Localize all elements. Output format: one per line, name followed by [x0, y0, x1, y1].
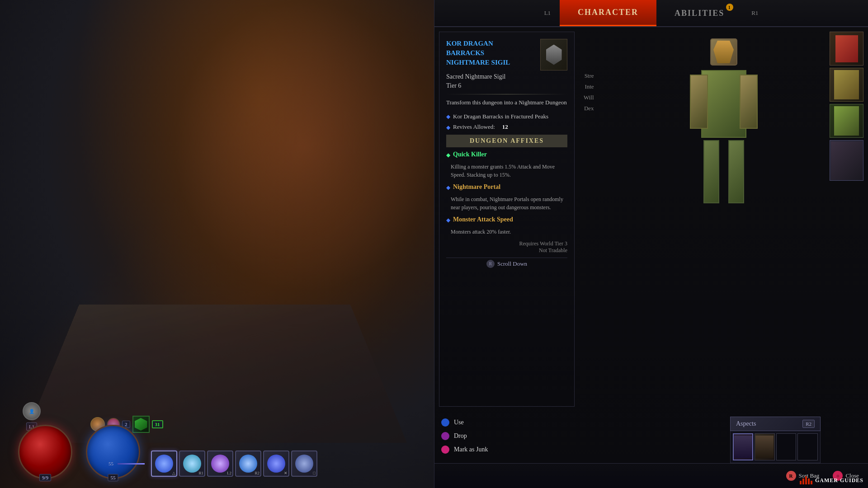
right-panel: L1 CHARACTER ABILITIES 1 R1 KOR DRAGAN B… [434, 0, 868, 488]
skill-preview [132, 416, 150, 433]
stat-strength: Stre [584, 72, 594, 80]
drop-button[interactable]: Drop [441, 429, 572, 443]
affix2-desc: While in combat, Nightmare Portals open … [446, 195, 567, 211]
gamer-guides-logo [800, 476, 812, 484]
aspect-slot-4[interactable] [797, 433, 818, 460]
abilities-badge: 1 [726, 4, 733, 11]
skill-hint-r1: R1 [198, 471, 203, 475]
skill-hint-triangle: △ [172, 471, 175, 475]
skill-hint-r2: R2 [255, 471, 259, 475]
inventory-item-preview [831, 141, 863, 180]
affix3-title: Monster Attack Speed [453, 216, 513, 223]
aspects-r2-btn: R2 [802, 420, 815, 428]
skill-hint-l2: L2 [227, 471, 231, 475]
drop-icon [441, 432, 449, 440]
location-bullet: ◆ [446, 113, 450, 120]
scroll-btn-icon: R [486, 260, 495, 268]
character-head-slot [710, 38, 737, 66]
r1-tab-indicator: R1 [751, 9, 758, 17]
stat-intelligence: Inte [584, 83, 594, 90]
affix-quick-killer: ◆ Quick Killer Killing a monster grants … [446, 151, 567, 179]
mark-junk-icon [441, 446, 449, 454]
affix-nightmare-portal: ◆ Nightmare Portal While in combat, Nigh… [446, 183, 567, 211]
scroll-hint: R Scroll Down [446, 258, 567, 270]
aspect-2-icon [755, 434, 774, 460]
character-leg-left [703, 140, 719, 203]
revives-bullet: ◆ [446, 124, 450, 131]
item-name-line2: BARRACKS [446, 48, 510, 58]
tab-character[interactable]: CHARACTER [560, 0, 656, 26]
affix2-bullet: ◆ [446, 184, 450, 191]
tab-bar: L1 CHARACTER ABILITIES 1 R1 [434, 0, 868, 27]
slot-inventory-item[interactable] [830, 140, 863, 181]
health-orb: 9/9 [18, 425, 72, 479]
dungeon-affixes-header: DUNGEON AFFIXES [446, 135, 567, 147]
use-icon [441, 418, 449, 427]
skill-bar: 55 △ R1 L2 R2 ✕ [108, 450, 317, 477]
slot-ring-top[interactable] [830, 32, 863, 66]
revives-count: 12 [502, 123, 508, 131]
character-silhouette [688, 38, 760, 273]
health-count: 9/9 [39, 474, 51, 481]
affix2-title: Nightmare Portal [453, 183, 500, 191]
mark-junk-label: Mark as Junk [454, 446, 488, 453]
skill-slot-1[interactable]: △ [151, 450, 177, 477]
avatar-small: 👤 [23, 402, 41, 420]
slot-offhand-icon [834, 70, 859, 99]
item-description: Transform this dungeon into a Nightmare … [446, 98, 567, 107]
bar-5 [811, 481, 812, 484]
scroll-text: Scroll Down [497, 260, 527, 267]
sigil-icon [546, 45, 562, 65]
character-display: Stre Inte Will Dex [579, 27, 868, 488]
mark-junk-button[interactable]: Mark as Junk [441, 443, 572, 456]
hud-left: 👤 L1 9/9 2 31 [0, 398, 271, 488]
item-header: KOR DRAGAN BARRACKS NIGHTMARE SIGIL [446, 39, 567, 71]
aspect-slot-2[interactable] [755, 433, 775, 460]
aspect-1-image [734, 436, 752, 458]
character-arm-left [690, 75, 708, 129]
affix3-row: ◆ Monster Attack Speed [446, 216, 567, 225]
equipment-slots-right [830, 32, 863, 181]
item-tier: Tier 6 [446, 82, 567, 89]
requirements-text: Requires World Tier 3 [446, 240, 567, 247]
skill-slot-6[interactable]: □ [291, 450, 317, 477]
sort-bag-btn-icon: R [786, 471, 796, 481]
aspect-slot-3[interactable] [776, 433, 797, 460]
skill-slot-4[interactable]: R2 [235, 450, 261, 477]
skill-count: 31 [152, 420, 163, 428]
revives-row: ◆ Revives Allowed: 12 [446, 123, 567, 131]
slot-ring2[interactable] [830, 104, 863, 138]
action-buttons: Use Drop Mark as Junk [434, 411, 579, 461]
skill-slot-2[interactable]: R1 [179, 450, 205, 477]
aspect-2-image [755, 436, 774, 458]
tab-abilities[interactable]: ABILITIES 1 [656, 0, 742, 26]
skill-slot-5[interactable]: ✕ [263, 450, 289, 477]
revives-label: Revives Allowed: [453, 123, 495, 131]
skill-hint-square: □ [313, 471, 316, 475]
item-divider-1 [446, 94, 567, 94]
slot-offhand[interactable] [830, 68, 863, 102]
aspects-panel: Aspects R2 [730, 417, 821, 463]
skill-slot-3[interactable]: L2 [207, 450, 233, 477]
item-type: Sacred Nightmare Sigil [446, 73, 567, 80]
stat-dexterity: Dex [584, 105, 594, 112]
bar-2 [802, 479, 804, 484]
item-detail-column: KOR DRAGAN BARRACKS NIGHTMARE SIGIL Sacr… [434, 27, 579, 488]
aspect-slot-1[interactable] [733, 433, 753, 460]
skill-5-icon [267, 455, 285, 473]
stat-willpower: Will [584, 94, 594, 101]
affix2-row: ◆ Nightmare Portal [446, 183, 567, 192]
item-name-line1: KOR DRAGAN [446, 39, 510, 48]
bottom-bar: R Sort Bag ○ Close GAMER GUIDES [434, 463, 868, 488]
aspect-1-icon [734, 434, 752, 460]
affix1-bullet: ◆ [446, 152, 450, 159]
drop-label: Drop [454, 432, 467, 440]
helm-icon [713, 41, 734, 63]
bar-1 [800, 481, 802, 484]
character-figure-area [683, 32, 764, 280]
skill-1-icon [155, 455, 173, 473]
character-arm-right [740, 75, 758, 129]
affix1-desc: Killing a monster grants 1.5% Attack and… [446, 163, 567, 179]
aspects-header[interactable]: Aspects R2 [730, 417, 821, 431]
use-button[interactable]: Use [441, 416, 572, 429]
